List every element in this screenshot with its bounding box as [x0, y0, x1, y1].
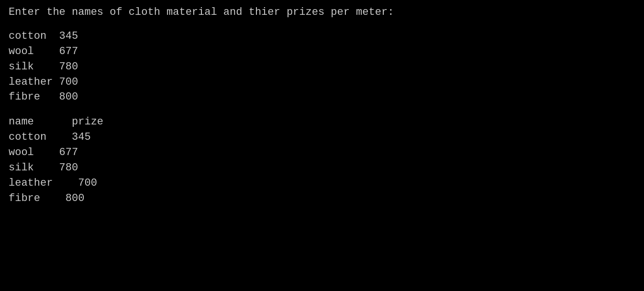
list-item: leather 700: [9, 76, 78, 88]
table-row: cotton 345: [9, 131, 91, 143]
table-row: fibre 800: [9, 192, 84, 204]
table-row: wool 677: [9, 146, 78, 158]
list-item: silk 780: [9, 61, 78, 73]
table-row: silk 780: [9, 162, 78, 174]
list-item: fibre 800: [9, 91, 78, 103]
prompt-text: Enter the names of cloth material and th…: [9, 5, 635, 20]
input-section: cotton 345 wool 677 silk 780 leather 700…: [9, 29, 635, 105]
table-section: name prize cotton 345 wool 677 silk 780 …: [9, 114, 635, 206]
table-header: name prize: [9, 116, 103, 128]
terminal-screen: Enter the names of cloth material and th…: [9, 5, 635, 291]
list-item: cotton 345: [9, 30, 78, 42]
table-row: leather 700: [9, 177, 97, 189]
list-item: wool 677: [9, 45, 78, 57]
